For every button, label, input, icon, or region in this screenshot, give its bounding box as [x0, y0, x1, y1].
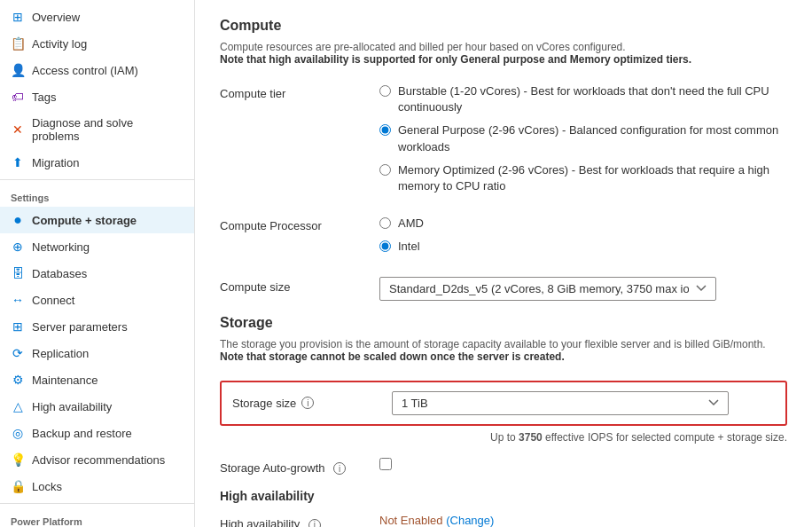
amd-radio[interactable] [379, 217, 391, 229]
storage-autogrowth-checkbox[interactable] [379, 458, 392, 470]
overview-icon: ⊞ [11, 10, 25, 24]
storage-section-title: Storage [220, 315, 787, 331]
compute-section: Compute Compute resources are pre-alloca… [220, 18, 787, 66]
sidebar-item-label: Migration [32, 156, 79, 169]
replication-icon: ⟳ [11, 346, 25, 360]
compute-size-controls: Standard_D2ds_v5 (2 vCores, 8 GiB memory… [379, 277, 787, 301]
burstable-radio[interactable] [379, 85, 391, 97]
sidebar-item-label: Tags [32, 90, 56, 104]
high-availability-label: High availability i [220, 514, 362, 527]
memory-optimized-radio[interactable] [379, 164, 391, 176]
sidebar-item-label: Advisor recommendations [32, 453, 165, 467]
storage-size-label: Storage size i [232, 397, 374, 410]
compute-size-row: Compute size Standard_D2ds_v5 (2 vCores,… [220, 277, 787, 301]
high-availability-section-title: High availability [220, 489, 787, 503]
backup-restore-icon: ◎ [11, 426, 25, 440]
power-platform-section-label: Power Platform [0, 507, 194, 527]
storage-autogrowth-row: Storage Auto-growth i [220, 458, 787, 476]
sidebar-item-compute-storage[interactable]: ● Compute + storage [0, 207, 194, 233]
general-purpose-radio[interactable] [379, 124, 391, 136]
sidebar-item-label: Networking [32, 240, 90, 254]
access-control-icon: 👤 [11, 63, 25, 77]
high-availability-row: High availability i Not Enabled (Change) [220, 514, 787, 527]
sidebar-item-high-availability[interactable]: △ High availability [0, 393, 194, 420]
storage-note: Note that storage cannot be scaled down … [220, 350, 565, 363]
compute-description: Compute resources are pre-allocated and … [220, 41, 787, 66]
compute-processor-row: Compute Processor AMD Intel [220, 216, 787, 262]
server-parameters-icon: ⊞ [11, 319, 25, 334]
compute-size-label: Compute size [220, 277, 362, 294]
sidebar-item-label: Server parameters [32, 320, 128, 334]
sidebar-item-migration[interactable]: ⬆ Migration [0, 149, 194, 176]
migration-icon: ⬆ [11, 155, 25, 169]
compute-section-title: Compute [220, 18, 787, 34]
storage-size-dropdown[interactable]: 1 TiB [392, 391, 729, 415]
high-availability-change-link[interactable]: (Change) [446, 514, 494, 527]
sidebar-item-diagnose[interactable]: ✕ Diagnose and solve problems [0, 110, 194, 149]
databases-icon: 🗄 [11, 266, 25, 280]
storage-autogrowth-label: Storage Auto-growth i [220, 458, 362, 476]
compute-processor-controls: AMD Intel [379, 216, 787, 262]
sidebar-item-label: Maintenance [32, 374, 98, 387]
sidebar-item-label: Access control (IAM) [32, 64, 138, 77]
high-availability-icon: △ [11, 399, 25, 413]
compute-tier-row: Compute tier Burstable (1-20 vCores) - B… [220, 83, 787, 201]
maintenance-icon: ⚙ [11, 373, 25, 387]
activity-log-icon: 📋 [11, 36, 25, 51]
sidebar: ⊞ Overview 📋 Activity log 👤 Access contr… [0, 0, 195, 527]
sidebar-item-access-control[interactable]: 👤 Access control (IAM) [0, 57, 194, 83]
sidebar-item-locks[interactable]: 🔒 Locks [0, 473, 194, 499]
intel-label: Intel [398, 239, 420, 255]
high-availability-value: Not Enabled [379, 514, 443, 527]
sidebar-item-label: Overview [32, 11, 80, 24]
processor-intel[interactable]: Intel [379, 239, 787, 255]
sidebar-item-server-parameters[interactable]: ⊞ Server parameters [0, 313, 194, 340]
sidebar-item-databases[interactable]: 🗄 Databases [0, 260, 194, 287]
connect-icon: ↔ [11, 293, 25, 307]
sidebar-item-replication[interactable]: ⟳ Replication [0, 340, 194, 366]
compute-tier-memory[interactable]: Memory Optimized (2-96 vCores) - Best fo… [379, 162, 787, 194]
sidebar-item-overview[interactable]: ⊞ Overview [0, 4, 194, 30]
storage-size-highlighted-row: Storage size i 1 TiB [220, 381, 787, 426]
compute-tier-controls: Burstable (1-20 vCores) - Best for workl… [379, 83, 787, 201]
sidebar-item-networking[interactable]: ⊕ Networking [0, 233, 194, 260]
compute-tier-burstable[interactable]: Burstable (1-20 vCores) - Best for workl… [379, 83, 787, 115]
iops-note: Up to 3750 effective IOPS for selected c… [220, 431, 787, 444]
storage-autogrowth-info-icon[interactable]: i [333, 462, 346, 475]
sidebar-item-label: Replication [32, 347, 89, 360]
diagnose-icon: ✕ [11, 122, 25, 137]
advisor-icon: 💡 [11, 452, 25, 467]
sidebar-item-tags[interactable]: 🏷 Tags [0, 83, 194, 110]
sidebar-divider-2 [0, 503, 194, 504]
high-availability-controls: Not Enabled (Change) [379, 514, 787, 527]
networking-icon: ⊕ [11, 240, 25, 254]
sidebar-item-advisor-recommendations[interactable]: 💡 Advisor recommendations [0, 446, 194, 473]
high-availability-info-icon[interactable]: i [308, 519, 321, 528]
locks-icon: 🔒 [11, 479, 25, 493]
burstable-label: Burstable (1-20 vCores) - Best for workl… [398, 83, 787, 115]
compute-tier-label: Compute tier [220, 83, 362, 100]
sidebar-item-label: Backup and restore [32, 427, 132, 440]
amd-label: AMD [398, 216, 424, 232]
iops-highlight: 3750 [519, 431, 543, 444]
compute-size-dropdown[interactable]: Standard_D2ds_v5 (2 vCores, 8 GiB memory… [379, 277, 716, 301]
compute-note: Note that high availability is supported… [220, 53, 691, 66]
sidebar-divider [0, 179, 194, 180]
sidebar-item-label: Activity log [32, 37, 87, 51]
intel-radio[interactable] [379, 240, 391, 252]
sidebar-item-label: Locks [32, 480, 62, 493]
processor-amd[interactable]: AMD [379, 216, 787, 232]
sidebar-item-label: Connect [32, 294, 74, 307]
sidebar-item-maintenance[interactable]: ⚙ Maintenance [0, 366, 194, 393]
storage-size-info-icon[interactable]: i [301, 397, 314, 409]
compute-tier-general[interactable]: General Purpose (2-96 vCores) - Balanced… [379, 122, 787, 154]
sidebar-item-backup-restore[interactable]: ◎ Backup and restore [0, 420, 194, 446]
settings-section-label: Settings [0, 184, 194, 207]
memory-optimized-label: Memory Optimized (2-96 vCores) - Best fo… [398, 162, 787, 194]
sidebar-item-connect[interactable]: ↔ Connect [0, 287, 194, 313]
compute-storage-icon: ● [11, 213, 25, 227]
sidebar-item-label: High availability [32, 400, 112, 413]
sidebar-item-label: Diagnose and solve problems [32, 116, 183, 143]
sidebar-item-activity-log[interactable]: 📋 Activity log [0, 30, 194, 57]
high-availability-section: High availability High availability i No… [220, 489, 787, 527]
